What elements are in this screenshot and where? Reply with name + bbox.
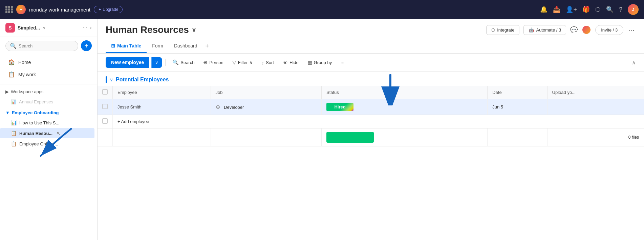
table-row: Jesse Smith ⊕ Developer Hired Jun 5: [98, 99, 644, 115]
person-toolbar-button[interactable]: ⊕ Person: [200, 57, 227, 67]
sort-toolbar-label: Sort: [266, 60, 274, 65]
automate-button[interactable]: 🤖 Automate / 3: [523, 25, 566, 35]
group-by-toolbar-label: Group by: [314, 60, 332, 65]
sidebar-item-human-resources[interactable]: 📋 Human Resou... ↖: [0, 128, 94, 138]
toolbar-collapse-button[interactable]: ∧: [632, 59, 636, 66]
table-header-status[interactable]: Status: [322, 86, 488, 99]
group-by-toolbar-button[interactable]: ▦ Group by: [304, 57, 335, 67]
board-more-button[interactable]: ···: [627, 25, 636, 35]
sidebar-search-row: 🔍 +: [0, 37, 97, 55]
add-employee-row[interactable]: + Add employee: [98, 115, 644, 128]
search-toolbar-label: Search: [180, 60, 194, 65]
header-checkbox[interactable]: [102, 89, 108, 95]
workspace-more-icon[interactable]: ···: [83, 25, 87, 31]
gift-icon[interactable]: 🎁: [582, 6, 590, 13]
sidebar-item-employee-onboarding[interactable]: 📋 Employee Onboar...: [0, 139, 94, 149]
sidebar-item-how-to-use[interactable]: 📊 How to Use This S...: [0, 118, 94, 128]
tab-dashboard-label: Dashboard: [174, 43, 197, 48]
integrate-label: Integrate: [497, 27, 514, 33]
sidebar-search-box[interactable]: 🔍: [5, 41, 78, 51]
inbox-icon[interactable]: 📥: [553, 6, 560, 13]
integrate-icon: ⬡: [491, 27, 495, 33]
tab-dashboard[interactable]: Dashboard: [169, 40, 203, 53]
table-header-checkbox[interactable]: [98, 86, 113, 99]
add-employee-label[interactable]: + Add employee: [113, 115, 644, 128]
comment-icon[interactable]: 💬: [570, 26, 578, 34]
add-row-checkbox[interactable]: [102, 118, 108, 124]
employee-onboarding-item-icon: 📋: [11, 141, 17, 146]
table-header-job[interactable]: Job: [211, 86, 321, 99]
group-color-bar: [106, 76, 107, 83]
sidebar-add-button[interactable]: +: [81, 40, 92, 51]
tab-add-button[interactable]: +: [202, 39, 212, 53]
workspace-chevron-icon[interactable]: ∨: [43, 25, 46, 30]
search-toolbar-button[interactable]: 🔍 Search: [169, 57, 198, 67]
board-title-row: Human Resources ∨: [106, 24, 196, 35]
new-employee-dropdown-button[interactable]: ∨: [151, 57, 162, 68]
summary-status-bar: [326, 132, 374, 143]
table-header-employee[interactable]: Employee: [113, 86, 211, 99]
sidebar-search-input[interactable]: [19, 43, 74, 48]
job-value: Developer: [224, 105, 244, 110]
row-date-cell: Jun 5: [488, 99, 547, 115]
group-down-arrow-icon: ▼: [5, 110, 10, 115]
row-checkbox-cell[interactable]: [98, 99, 113, 115]
new-employee-button[interactable]: New employee: [106, 57, 149, 68]
person-toolbar-icon: ⊕: [203, 59, 208, 65]
chat-bubble-icon[interactable]: ⊕: [216, 104, 220, 110]
filter-toolbar-button[interactable]: ▽ Filter ∨: [229, 57, 256, 67]
row-status-cell[interactable]: Hired: [322, 99, 488, 115]
workspace-name: Simpled...: [18, 25, 40, 31]
row-checkbox[interactable]: [102, 104, 108, 109]
my-work-label: My work: [18, 72, 36, 77]
status-badge[interactable]: Hired: [326, 103, 353, 111]
tab-main-table[interactable]: ⊞ Main Table: [106, 40, 147, 53]
hide-toolbar-button[interactable]: 👁 Hide: [279, 58, 302, 67]
table-header-date[interactable]: Date: [488, 86, 547, 99]
brand-name: monday work management: [29, 7, 90, 13]
how-to-use-icon: 📊: [11, 120, 17, 125]
annual-expenses-item[interactable]: 📊 Annual Expenses: [0, 97, 97, 107]
board-title-text: Human Resources: [106, 24, 189, 35]
sort-toolbar-button[interactable]: ↕ Sort: [258, 58, 277, 67]
help-icon[interactable]: ?: [619, 6, 622, 13]
new-employee-label: New employee: [111, 60, 144, 65]
sidebar-collapse-button[interactable]: ‹: [90, 25, 92, 31]
table-icon: 📊: [11, 99, 16, 104]
user-avatar[interactable]: J: [628, 4, 639, 15]
filter-toolbar-icon: ▽: [232, 59, 236, 65]
tab-form[interactable]: Form: [147, 40, 169, 53]
human-resources-icon: 📋: [11, 131, 17, 136]
invite-button[interactable]: Invite / 3: [595, 25, 623, 35]
board-title-chevron-icon[interactable]: ∨: [192, 26, 196, 34]
table-header-upload[interactable]: Upload yo...: [547, 86, 644, 99]
add-people-icon[interactable]: 👤+: [566, 6, 577, 13]
main-content: Human Resources ∨ ⬡ Integrate 🤖 Automate…: [98, 19, 644, 240]
row-upload-cell[interactable]: [547, 99, 644, 115]
group-collapse-button[interactable]: ∨: [110, 77, 113, 82]
workspace-apps-header[interactable]: ▶ Workspace apps: [0, 86, 97, 97]
integrate-button[interactable]: ⬡ Integrate: [486, 25, 519, 35]
my-work-icon: 📋: [8, 71, 15, 78]
integration-icon[interactable]: ⬡: [595, 6, 601, 13]
search-icon[interactable]: 🔍: [606, 6, 614, 13]
sidebar-item-home[interactable]: 🏠 Home: [3, 56, 94, 68]
workspace-apps-label: Workspace apps: [11, 89, 44, 94]
workspace-selector[interactable]: S Simpled... ∨: [5, 23, 46, 33]
employee-onboarding-header[interactable]: ▼ Employee Onboarding: [0, 108, 97, 117]
sidebar-divider: [0, 84, 97, 84]
summary-status-cell: [322, 128, 488, 146]
toolbar-separator: [165, 59, 166, 66]
sidebar-item-my-work[interactable]: 📋 My work: [3, 68, 94, 80]
top-navigation: monday work management ✦ Upgrade 🔔 📥 👤+ …: [0, 0, 644, 19]
upgrade-button[interactable]: ✦ Upgrade: [94, 6, 123, 13]
apps-grid-icon[interactable]: [5, 6, 13, 13]
tab-form-label: Form: [152, 43, 163, 48]
bell-icon[interactable]: 🔔: [540, 6, 548, 13]
board-header: Human Resources ∨ ⬡ Integrate 🤖 Automate…: [98, 19, 644, 54]
more-toolbar-button[interactable]: ···: [337, 58, 348, 67]
employee-onboarding-label: Employee Onboarding: [12, 110, 59, 115]
group-header: ∨ Potential Employees: [98, 72, 644, 86]
filter-chevron-icon: ∨: [250, 60, 253, 65]
workspace-icon: S: [5, 23, 15, 33]
